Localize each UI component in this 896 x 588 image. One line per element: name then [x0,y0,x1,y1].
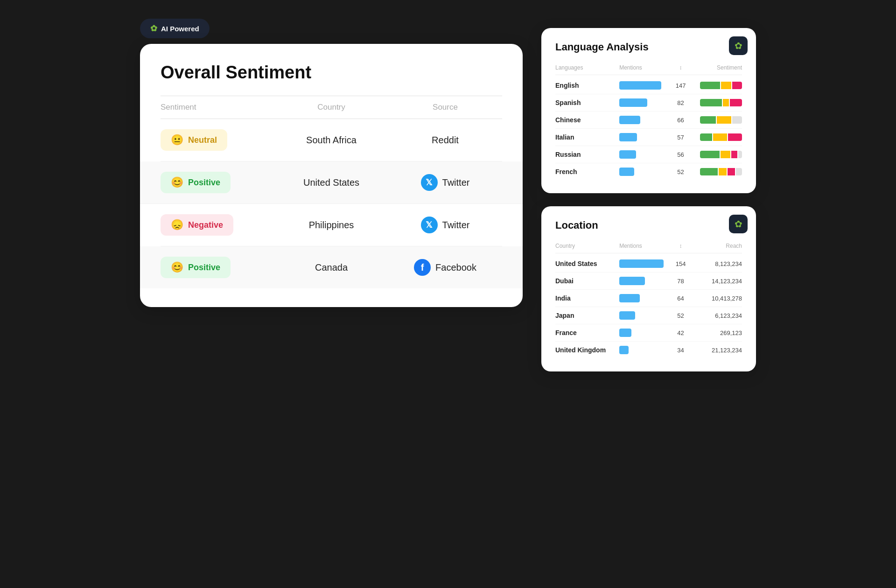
table-row: 😊 Positive United States 𝕏 Twitter [140,161,523,204]
reach-value: 8,123,234 [689,260,742,267]
bar-fill [619,311,635,320]
bar-fill [619,329,631,337]
lang-header-sort: ↕ [672,64,688,71]
language-bar [619,168,672,176]
mention-count: 78 [672,278,688,285]
location-country: United Kingdom [555,346,619,354]
source-cell: 𝕏 Twitter [388,174,502,191]
language-name: Italian [555,133,619,141]
mention-count: 34 [672,347,688,354]
facebook-icon: f [414,259,431,276]
left-panel: ✿ AI Powered Overall Sentiment Sentiment… [140,19,523,307]
sentiment-label: Positive [188,178,220,188]
positive-icon: 😊 [171,261,183,273]
sentiment-badge-negative: 😞 Negative [161,214,233,236]
loc-header-country: Country [555,243,619,249]
bar-fill [619,259,664,268]
bar-fill [619,150,636,159]
language-row: English 147 [555,77,742,94]
location-bar [619,311,672,320]
location-row: United Kingdom 34 21,123,234 [555,342,742,358]
location-bar [619,294,672,302]
location-card: ✿ Location Country Mentions ↕ Reach Unit… [541,206,756,371]
header-source: Source [388,103,502,112]
language-analysis-card: ✿ Language Analysis Languages Mentions ↕… [541,28,756,193]
reach-value: 10,413,278 [689,295,742,302]
sentiment-badge-positive: 😊 Positive [161,172,231,193]
location-country: France [555,329,619,336]
bar-fill [619,294,640,302]
location-row: India 64 10,413,278 [555,290,742,307]
lang-header-sentiment: Sentiment [689,64,742,71]
language-bar [619,150,672,159]
loc-header-reach: Reach [689,243,742,249]
location-row: Japan 52 6,123,234 [555,307,742,324]
card-logo-location: ✿ [729,215,748,233]
reach-value: 269,123 [689,329,742,336]
location-country: Dubai [555,277,619,285]
language-name: Russian [555,151,619,158]
sentiment-cell: 😊 Positive [161,172,274,193]
language-name: French [555,168,619,175]
language-row: Italian 57 [555,129,742,146]
sentiment-cell: 😊 Positive [161,257,274,278]
lang-header-language: Languages [555,64,619,71]
sentiment-bars [689,133,742,141]
location-country: India [555,294,619,302]
language-analysis-header: Languages Mentions ↕ Sentiment [555,61,742,75]
loc-header-mentions: Mentions [619,243,672,249]
sentiment-bars [689,168,742,175]
lang-header-mentions: Mentions [619,64,672,71]
language-name: Chinese [555,116,619,124]
language-analysis-title: Language Analysis [555,41,742,53]
mention-count: 82 [672,99,688,106]
location-row: France 42 269,123 [555,324,742,342]
neutral-icon: 😐 [171,134,183,146]
loc-header-sort: ↕ [672,243,688,249]
ai-badge-icon: ✿ [150,23,157,34]
language-bar [619,133,672,141]
sentiment-label: Negative [188,220,223,230]
source-cell: 𝕏 Twitter [388,217,502,233]
mention-count: 66 [672,117,688,124]
twitter-icon: 𝕏 [421,174,438,191]
language-name: English [555,82,619,89]
bar-fill [619,116,640,124]
right-panel: ✿ Language Analysis Languages Mentions ↕… [541,28,756,371]
twitter-icon: 𝕏 [421,217,438,233]
header-country: Country [274,103,388,112]
bar-fill [619,346,629,354]
language-bar [619,81,672,90]
location-country: Japan [555,312,619,319]
location-row: United States 154 8,123,234 [555,255,742,273]
mention-count: 57 [672,134,688,141]
overall-sentiment-card: Overall Sentiment Sentiment Country Sour… [140,44,523,307]
location-bar [619,259,672,268]
source-cell: f Facebook [388,259,502,276]
table-row: 😊 Positive Canada f Facebook [140,246,523,288]
language-name: Spanish [555,99,619,106]
country-cell: Canada [274,262,388,273]
reach-value: 14,123,234 [689,278,742,285]
bar-fill [619,168,634,176]
bar-fill [619,81,661,90]
mention-count: 147 [672,82,688,89]
language-row: Spanish 82 [555,94,742,112]
sentiment-bars [689,116,742,124]
sentiment-cell: 😐 Neutral [161,129,274,151]
sentiment-label: Neutral [188,135,217,145]
card-logo-language: ✿ [729,36,748,55]
location-title: Location [555,219,742,231]
source-cell: Reddit [388,135,502,146]
sentiment-label: Positive [188,263,220,273]
language-row: French 52 [555,163,742,180]
mention-count: 52 [672,312,688,319]
sentiment-badge-neutral: 😐 Neutral [161,129,227,151]
mention-count: 52 [672,168,688,175]
reach-value: 21,123,234 [689,347,742,354]
language-row: Russian 56 [555,146,742,163]
location-country: United States [555,260,619,267]
sentiment-bars [689,82,742,89]
table-row: 😞 Negative Philippines 𝕏 Twitter [161,204,502,246]
sentiment-cell: 😞 Negative [161,214,274,236]
